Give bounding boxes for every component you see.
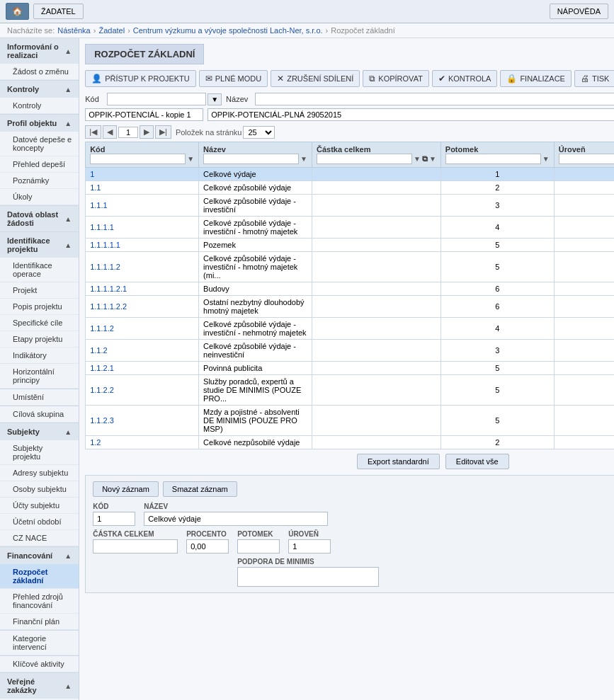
sidebar-item-projekt[interactable]: Projekt xyxy=(0,282,79,299)
sidebar-item-poznamky[interactable]: Poznámky xyxy=(0,173,79,189)
sidebar-item-zadost[interactable]: Žádost o změnu xyxy=(0,64,79,80)
sidebar-header-subjekty[interactable]: Subjekty ▲ xyxy=(0,423,79,440)
table-row[interactable]: 1.1.2.3 Mzdy a pojistné - absolventi DE … xyxy=(86,406,614,436)
filter-funnel-icon[interactable]: ▼ xyxy=(542,155,550,163)
filter-funnel-icon[interactable]: ▼ xyxy=(187,155,194,163)
sidebar-item-osoby-subjektu[interactable]: Osoby subjektu xyxy=(0,481,79,498)
table-row[interactable]: 1.1.2.2 Služby poradců, expertů a studie… xyxy=(86,375,614,406)
table-row[interactable]: 1.1.1.1.2 Celkové způsobilé výdaje - inv… xyxy=(86,252,614,282)
sidebar-item-kontroly[interactable]: Kontroly xyxy=(0,98,79,114)
sidebar-item-klicove-aktivity[interactable]: Klíčové aktivity xyxy=(0,656,79,672)
table-row[interactable]: 1.1 Celkové způsobilé výdaje 2 0,00 xyxy=(86,181,614,195)
page-input[interactable] xyxy=(118,127,138,138)
sidebar-item-etapy-projektu[interactable]: Etapy projektu xyxy=(0,331,79,348)
edit-buttons: Nový záznam Smazat záznam xyxy=(93,481,614,497)
zadatel-button[interactable]: ŽADATEL xyxy=(33,4,84,19)
novy-zaznam-button[interactable]: Nový záznam xyxy=(93,481,159,497)
sidebar-item-cilova-skupina[interactable]: Cílová skupina xyxy=(0,406,79,423)
sidebar-item-kategorie-intervenci[interactable]: Kategorie intervencí xyxy=(0,631,79,655)
tisk-button[interactable]: 🖨 TISK xyxy=(574,70,614,87)
table-row[interactable]: 1.1.1.1 Celkové způsobilé výdaje - inves… xyxy=(86,217,614,239)
kontrola-button[interactable]: ✔ KONTROLA xyxy=(432,70,498,87)
form-group-castka: ČÁSTKA CELKEM xyxy=(93,530,178,553)
col-filter-potomek[interactable] xyxy=(445,154,541,164)
sidebar-item-popis-projektu[interactable]: Popis projektu xyxy=(0,299,79,315)
action-buttons: Export standardní Editovat vše xyxy=(85,454,614,469)
first-page-button[interactable]: |◀ xyxy=(85,125,101,139)
sidebar-item-cz-nace[interactable]: CZ NACE xyxy=(0,530,79,546)
sidebar-item-specificke-cile[interactable]: Specifické cíle xyxy=(0,315,79,331)
kopirovact-button[interactable]: ⧉ KOPÍROVAT xyxy=(363,70,429,87)
kod-field[interactable] xyxy=(93,512,135,526)
sidebar-item-ucetni-obdobi[interactable]: Účetní období xyxy=(0,514,79,530)
zruseni-sdileni-button[interactable]: ✕ ZRUŠENÍ SDÍLENÍ xyxy=(271,70,360,87)
sidebar-item-adresy-subjektu[interactable]: Adresy subjektu xyxy=(0,465,79,481)
castka-field[interactable] xyxy=(93,539,178,553)
form-group-kod: KÓD xyxy=(93,503,135,526)
table-row[interactable]: 1.1.1.1.2.2 Ostatní nezbytný dlouhodobý … xyxy=(86,296,614,318)
sidebar-item-financni-plan[interactable]: Finanční plán xyxy=(0,614,79,630)
filter-col-icon[interactable]: ▼ xyxy=(429,155,436,163)
filter-funnel-icon[interactable]: ▼ xyxy=(414,155,421,163)
sidebar-header-informovani[interactable]: Informování o realizaci ▲ xyxy=(0,38,79,64)
last-page-button[interactable]: ▶| xyxy=(155,125,171,139)
sidebar-header-profil[interactable]: Profil objektu ▲ xyxy=(0,115,79,132)
sidebar-item-identifikace-operace[interactable]: Identifikace operace xyxy=(0,258,79,282)
sidebar-item-umisteni[interactable]: Umístění xyxy=(0,389,79,406)
table-row[interactable]: 1.1.1.1.1 Pozemek 5 0,00 xyxy=(86,239,614,252)
col-filter-castka[interactable] xyxy=(317,154,412,164)
col-filter-nazev[interactable] xyxy=(203,154,299,164)
export-standardni-button[interactable]: Export standardní xyxy=(357,454,440,469)
table-row[interactable]: 1.2 Celkové nezpůsobilé výdaje 2 0,00 xyxy=(86,436,614,449)
sidebar-header-financovani[interactable]: Financování ▲ xyxy=(0,547,79,564)
table-row[interactable]: 1.1.2.1 Povinná publicita 5 0,00 xyxy=(86,362,614,375)
sidebar-item-ucty-subjektu[interactable]: Účty subjektu xyxy=(0,498,79,514)
napoveda-button[interactable]: NÁPOVĚDA xyxy=(550,4,608,19)
potomek-field[interactable] xyxy=(237,539,280,553)
sidebar-item-ukoly[interactable]: Úkoly xyxy=(0,189,79,205)
sidebar-item-rozpocet-zakladni[interactable]: Rozpočet základní xyxy=(0,564,79,589)
page-size-select[interactable]: 25 50 100 xyxy=(243,126,275,139)
sidebar-item-prehled-zdroju[interactable]: Přehled zdrojů financování xyxy=(0,589,79,614)
nazev-field[interactable] xyxy=(144,512,328,526)
editovat-vse-button[interactable]: Editovat vše xyxy=(445,454,509,469)
plne-modu-button[interactable]: ✉ PLNÉ MODU xyxy=(199,70,268,87)
procento-field[interactable] xyxy=(186,539,229,553)
col-filter-kod[interactable] xyxy=(90,154,186,164)
podpora-field[interactable] xyxy=(237,567,379,587)
sidebar-header-verejne-zakazky[interactable]: Veřejné zakázky ▲ xyxy=(0,673,79,699)
cell-nazev: Služby poradců, expertů a studie DE MINI… xyxy=(199,375,312,406)
breadcrumb-nastenkа[interactable]: Nástěnka xyxy=(57,26,90,35)
uroven-field[interactable] xyxy=(288,539,331,553)
cell-nazev: Celkové nezpůsobilé výdaje xyxy=(199,436,312,449)
nazev-filter-input[interactable] xyxy=(255,93,614,105)
sidebar-header-datova[interactable]: Datová oblast žádosti ▲ xyxy=(0,206,79,231)
copy-col-icon[interactable]: ⧉ xyxy=(422,154,428,163)
filter-funnel-icon[interactable]: ▼ xyxy=(300,155,307,163)
kod-filter-button[interactable]: ▼ xyxy=(207,93,222,105)
prev-page-button[interactable]: ◀ xyxy=(103,125,117,139)
kod-filter-input[interactable] xyxy=(107,93,206,105)
table-row[interactable]: 1.1.1 Celkové způsobilé výdaje - investi… xyxy=(86,195,614,217)
sidebar-item-depese[interactable]: Datové depeše e koncepty xyxy=(0,132,79,156)
sidebar-item-indikatory[interactable]: Indikátory xyxy=(0,348,79,364)
sidebar-item-prehled-depesi[interactable]: Přehled depeší xyxy=(0,156,79,173)
sidebar-item-subjekty-projektu[interactable]: Subjekty projektu xyxy=(0,440,79,465)
sidebar-section-kontroly: Kontroly ▲ Kontroly xyxy=(0,81,79,115)
sidebar-header-kontroly[interactable]: Kontroly ▲ xyxy=(0,81,79,98)
col-filter-uroven[interactable] xyxy=(559,154,614,164)
pristup-k-projektu-button[interactable]: 👤 PŘÍSTUP K PROJEKTU xyxy=(85,70,196,87)
table-row[interactable]: 1 Celkové výdaje 1 0,00 xyxy=(86,168,614,181)
table-row[interactable]: 1.1.2 Celkové způsobilé výdaje - neinves… xyxy=(86,340,614,362)
breadcrumb-zadatel[interactable]: Žadatel xyxy=(98,26,125,35)
chevron-up-icon: ▲ xyxy=(64,120,72,127)
sidebar-item-horizontalni[interactable]: Horizontální principy xyxy=(0,364,79,389)
sidebar-header-identifikace[interactable]: Identifikace projektu ▲ xyxy=(0,232,79,258)
table-row[interactable]: 1.1.1.2 Celkové způsobilé výdaje - inves… xyxy=(86,318,614,340)
breadcrumb-company[interactable]: Centrum výzkumu a vývoje společnosti Lac… xyxy=(133,26,323,35)
home-button[interactable]: 🏠 xyxy=(6,3,29,20)
finalizace-button[interactable]: 🔒 FINALIZACE xyxy=(500,70,572,87)
next-page-button[interactable]: ▶ xyxy=(140,125,154,139)
smazat-zaznam-button[interactable]: Smazat záznam xyxy=(163,481,237,497)
table-row[interactable]: 1.1.1.1.2.1 Budovy 6 0,00 xyxy=(86,282,614,296)
